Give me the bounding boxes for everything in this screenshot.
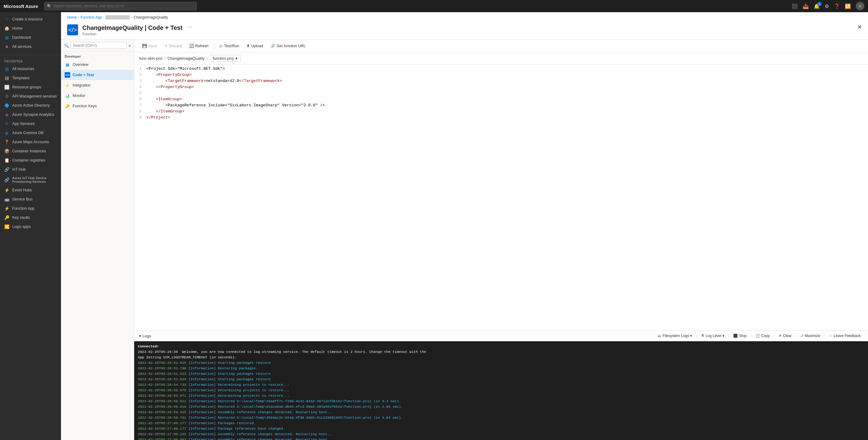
clear-button[interactable]: ✕ Clear xyxy=(776,332,794,339)
nav-item-code-test[interactable]: </> Code + Test xyxy=(61,70,134,80)
api-management-icon: ⚙ xyxy=(4,94,9,99)
maximize-button[interactable]: ⤢ Maximize xyxy=(798,332,823,339)
sidebar-item-logic-apps[interactable]: 🔀 Logic apps xyxy=(0,222,61,231)
log-line: 2022-02-25T05:27:00.177 [Information] Pa… xyxy=(138,426,864,432)
line-content xyxy=(145,90,868,96)
nav-item-integration[interactable]: ⚡ Integration xyxy=(61,80,134,91)
search-input[interactable] xyxy=(53,4,194,8)
sidebar-label-iot-hub: IoT Hub xyxy=(12,167,26,172)
log-line: 2022-02-25T05:26:59.751 [Information] Re… xyxy=(138,415,864,420)
sidebar-item-api-management[interactable]: ⚙ API Management services xyxy=(0,92,61,101)
sidebar-item-iot-dps[interactable]: 🔗 Azure IoT Hub Device Provisioning Serv… xyxy=(0,174,61,185)
get-function-url-button[interactable]: 🔗 Get function URL xyxy=(268,42,309,50)
feedback-icon[interactable]: 📥 xyxy=(803,3,809,9)
nav-item-function-keys[interactable]: 🔑 Function Keys xyxy=(61,101,134,111)
log-line: 2022-02-25T05:26:36 Welcome, you are now… xyxy=(138,349,864,355)
save-button[interactable]: 💾 Save xyxy=(139,42,160,50)
app-services-icon: ⚙ xyxy=(4,121,9,126)
sidebar-item-container-instances[interactable]: 📦 Container instances xyxy=(0,146,61,156)
test-run-button[interactable]: ▷ Test/Run xyxy=(217,42,242,50)
dashboard-icon: ▦ xyxy=(4,35,9,40)
stop-button[interactable]: ⬛ Stop xyxy=(731,332,749,339)
breadcrumb-home[interactable]: Home xyxy=(67,15,77,20)
sidebar-item-home[interactable]: 🏠 Home xyxy=(0,24,61,33)
log-level-button[interactable]: ⚗ Log Level ▾ xyxy=(699,332,727,339)
sidebar-label-event-hubs: Event Hubs xyxy=(12,188,32,192)
sidebar-item-create-resource[interactable]: ＋ Create a resource xyxy=(0,14,61,24)
sidebar-item-container-registries[interactable]: 📋 Container registries xyxy=(0,156,61,165)
more-options-button[interactable]: ··· xyxy=(188,24,192,30)
code-line: 2 <PropertyGroup> xyxy=(134,72,868,78)
test-run-icon: ▷ xyxy=(220,43,223,48)
code-icon: </> xyxy=(68,27,77,34)
nav-item-overview[interactable]: ▦ Overview xyxy=(61,59,134,70)
line-content: <ItemGroup> xyxy=(145,96,868,102)
nav-item-monitor[interactable]: 📊 Monitor xyxy=(61,91,134,101)
file-dropdown-label: function.proj xyxy=(213,56,234,61)
user-feedback-icon[interactable]: 🔁 xyxy=(845,3,851,9)
sidebar-item-event-hubs[interactable]: ⚡ Event Hubs xyxy=(0,185,61,195)
page-subtitle: Function xyxy=(82,32,182,36)
path-bar: func-skin-poc \ ChangeImageQuality \ fun… xyxy=(134,53,868,65)
settings-icon[interactable]: ⚙ xyxy=(825,3,829,9)
chevron-down-icon: ▾ xyxy=(236,56,238,61)
file-dropdown[interactable]: function.proj ▾ xyxy=(210,55,241,62)
log-sep-4 xyxy=(774,333,774,338)
breadcrumb-function-app[interactable]: Function App xyxy=(81,15,102,20)
top-nav: Microsoft Azure 🔍 ⬛ 📥 🔔 1 ⚙ ❓ 🔁 U xyxy=(0,0,868,12)
iot-hub-icon: 🔗 xyxy=(4,167,9,172)
help-icon[interactable]: ❓ xyxy=(834,3,840,9)
code-editor[interactable]: 1<Project Sdk="Microsoft.NET.Sdk">2 <Pro… xyxy=(134,65,868,330)
sidebar-item-templates[interactable]: ▤ Templates xyxy=(0,73,61,82)
sidebar-item-maps-accounts[interactable]: 📍 Azure Maps Accounts xyxy=(0,137,61,146)
left-search-input[interactable] xyxy=(71,42,127,49)
path-sep-1: \ xyxy=(164,56,165,61)
upload-button[interactable]: ⬆ Upload xyxy=(243,42,266,50)
sidebar-item-key-vaults[interactable]: 🔑 Key vaults xyxy=(0,213,61,222)
code-line: 5 xyxy=(134,90,868,96)
code-line: 6 <ItemGroup> xyxy=(134,96,868,102)
notifications-icon[interactable]: 🔔 1 xyxy=(814,3,820,9)
sidebar-item-cosmos-db[interactable]: ◉ Azure Cosmos DB xyxy=(0,128,61,137)
breadcrumb-sep-1: › xyxy=(78,15,79,20)
filesystem-logs-button[interactable]: 🗂 Filesystem Logs ▾ xyxy=(655,332,694,339)
refresh-button[interactable]: 🔄 Refresh xyxy=(186,42,212,50)
log-line: 2022-02-25T05:26:55.971 [Information] De… xyxy=(138,393,864,399)
sidebar-item-all-resources[interactable]: ▦ All resources xyxy=(0,64,61,73)
sidebar-item-iot-hub[interactable]: 🔗 IoT Hub xyxy=(0,165,61,174)
sidebar-item-azure-ad[interactable]: 🔷 Azure Active Directory xyxy=(0,101,61,110)
line-content: <Project Sdk="Microsoft.NET.Sdk"> xyxy=(145,66,868,72)
sidebar-label-iot-dps: Azure IoT Hub Device Provisioning Servic… xyxy=(12,176,57,183)
sidebar-item-service-bus[interactable]: 🚌 Service Bus xyxy=(0,195,61,204)
breadcrumb-sep-2: › xyxy=(103,15,104,20)
sidebar-item-synapse[interactable]: ◈ Azure Synapse Analytics xyxy=(0,110,61,119)
logs-toggle-button[interactable]: ▾ Logs xyxy=(139,334,151,338)
cloud-shell-icon[interactable]: ⬛ xyxy=(792,3,798,9)
filter-icon: ⚗ xyxy=(701,334,704,338)
logs-content[interactable]: Connected!2022-02-25T05:26:36 Welcome, y… xyxy=(134,341,868,440)
function-app-icon: ⚡ xyxy=(4,206,9,211)
leave-feedback-button[interactable]: ♡ Leave Feedback xyxy=(827,332,863,339)
maps-accounts-icon: 📍 xyxy=(4,140,9,144)
global-search-bar[interactable]: 🔍 xyxy=(44,2,197,10)
body-split: 🔍 « Developer ▦ Overview </> Code + Test… xyxy=(61,40,868,440)
copy-button[interactable]: 📋 Copy xyxy=(753,332,772,339)
sidebar-item-dashboard[interactable]: ▦ Dashboard xyxy=(0,33,61,42)
collapse-panel-button[interactable]: « xyxy=(128,43,131,48)
user-avatar[interactable]: U xyxy=(856,2,864,10)
sidebar-item-app-services[interactable]: ⚙ App Services xyxy=(0,119,61,128)
all-resources-icon: ▦ xyxy=(4,66,9,71)
close-button[interactable]: ✕ xyxy=(857,24,862,30)
sidebar-item-all-services[interactable]: ≡ All services xyxy=(0,42,61,51)
line-number: 1 xyxy=(134,66,145,72)
log-line: 2022-02-25T05:26:51.780 [Information] Re… xyxy=(138,366,864,371)
nav-label-code-test: Code + Test xyxy=(72,73,94,77)
discard-button[interactable]: ✕ Discard xyxy=(161,42,185,50)
code-line: 3 <TargetFramework>netstandard2.0</Targe… xyxy=(134,78,868,84)
breadcrumb-blurred xyxy=(105,15,130,20)
code-lines: 1<Project Sdk="Microsoft.NET.Sdk">2 <Pro… xyxy=(134,65,868,122)
log-line: 2022-02-25T05:27:00.177 [Information] Pa… xyxy=(138,420,864,426)
sidebar-item-function-app[interactable]: ⚡ Function App xyxy=(0,204,61,213)
sidebar-item-resource-groups[interactable]: ⬜ Resource groups xyxy=(0,82,61,92)
nav-label-overview: Overview xyxy=(72,63,88,67)
